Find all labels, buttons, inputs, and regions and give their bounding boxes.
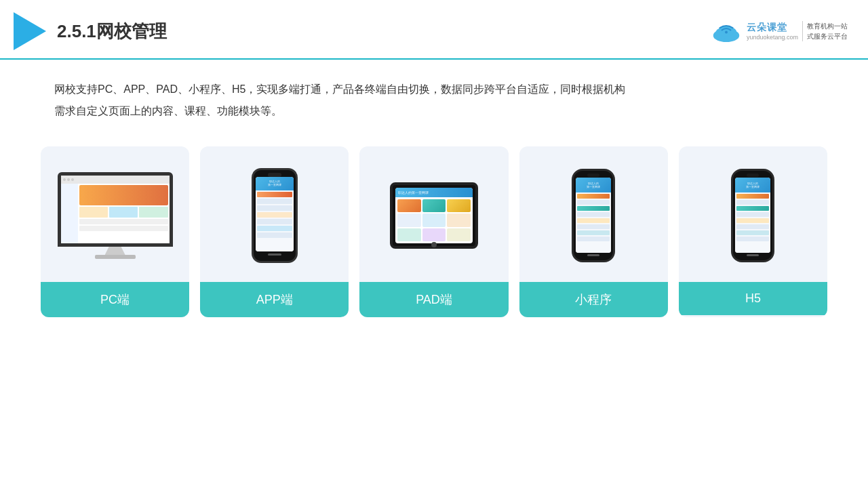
thin-notch bbox=[587, 174, 599, 177]
card-miniprogram: 职达人的第一堂网课 小程序 bbox=[519, 146, 668, 317]
pad-home-button bbox=[431, 242, 437, 247]
card-pad-image: 职达人的第一堂网课 bbox=[359, 146, 508, 282]
thin-screen: 职达人的第一堂网课 bbox=[576, 178, 611, 253]
card-pc-image bbox=[41, 146, 189, 282]
header: 2.5.1网校管理 云朵课堂 yunduoketang.com 教育机构一站 式… bbox=[0, 0, 868, 60]
thin-home-indicator bbox=[587, 254, 599, 256]
description-line1: 网校支持PC、APP、PAD、小程序、H5，实现多端打通，产品各终端自由切换，数… bbox=[54, 83, 625, 95]
brand-slogan: 教育机构一站 式服务云平台 bbox=[802, 21, 848, 41]
pad-screen: 职达人的第一堂网课 bbox=[395, 188, 473, 243]
description: 网校支持PC、APP、PAD、小程序、H5，实现多端打通，产品各终端自由切换，数… bbox=[54, 79, 814, 122]
card-pc: PC端 bbox=[41, 146, 189, 317]
app-phone-mockup: 职达人的第一堂网课 bbox=[252, 168, 298, 263]
phone-notch bbox=[268, 173, 281, 177]
card-app: 职达人的第一堂网课 APP端 bbox=[200, 146, 349, 317]
card-pad: 职达人的第一堂网课 PAD端 bbox=[359, 146, 508, 317]
cloud-icon bbox=[710, 19, 743, 43]
svg-point-4 bbox=[725, 31, 728, 34]
brand-text: 云朵课堂 yunduoketang.com bbox=[747, 22, 798, 41]
card-h5: 职达人的第一堂网课 H5 bbox=[679, 146, 827, 317]
card-pc-label: PC端 bbox=[41, 282, 189, 317]
logo-triangle-icon bbox=[14, 12, 46, 50]
card-miniprogram-image: 职达人的第一堂网课 bbox=[519, 146, 668, 282]
page-title: 2.5.1网校管理 bbox=[57, 20, 167, 43]
cards-container: PC端 职达人的第一堂网课 bbox=[41, 146, 827, 317]
card-pad-label: PAD端 bbox=[359, 282, 508, 317]
card-app-label: APP端 bbox=[200, 282, 349, 317]
brand-name: 云朵课堂 bbox=[747, 22, 787, 34]
brand-domain: yunduoketang.com bbox=[747, 34, 798, 41]
header-left: 2.5.1网校管理 bbox=[14, 12, 167, 50]
card-app-image: 职达人的第一堂网课 bbox=[200, 146, 349, 282]
card-miniprogram-label: 小程序 bbox=[519, 282, 668, 317]
brand-logo: 云朵课堂 yunduoketang.com 教育机构一站 式服务云平台 bbox=[710, 19, 848, 43]
h5-home-indicator bbox=[747, 254, 759, 256]
card-h5-image: 职达人的第一堂网课 bbox=[679, 146, 827, 282]
pc-mockup bbox=[58, 172, 173, 259]
description-line2: 需求自定义页面上的内容、课程、功能模块等。 bbox=[54, 105, 282, 117]
pad-mockup: 职达人的第一堂网课 bbox=[390, 182, 478, 249]
phone-screen: 职达人的第一堂网课 bbox=[256, 177, 294, 251]
miniprogram-phone-mockup: 职达人的第一堂网课 bbox=[572, 169, 615, 262]
card-h5-label: H5 bbox=[679, 282, 827, 315]
phone-home-bar bbox=[268, 253, 281, 256]
h5-phone-mockup: 职达人的第一堂网课 bbox=[731, 169, 774, 262]
h5-thin-notch bbox=[747, 174, 759, 177]
h5-thin-screen: 职达人的第一堂网课 bbox=[735, 178, 770, 253]
